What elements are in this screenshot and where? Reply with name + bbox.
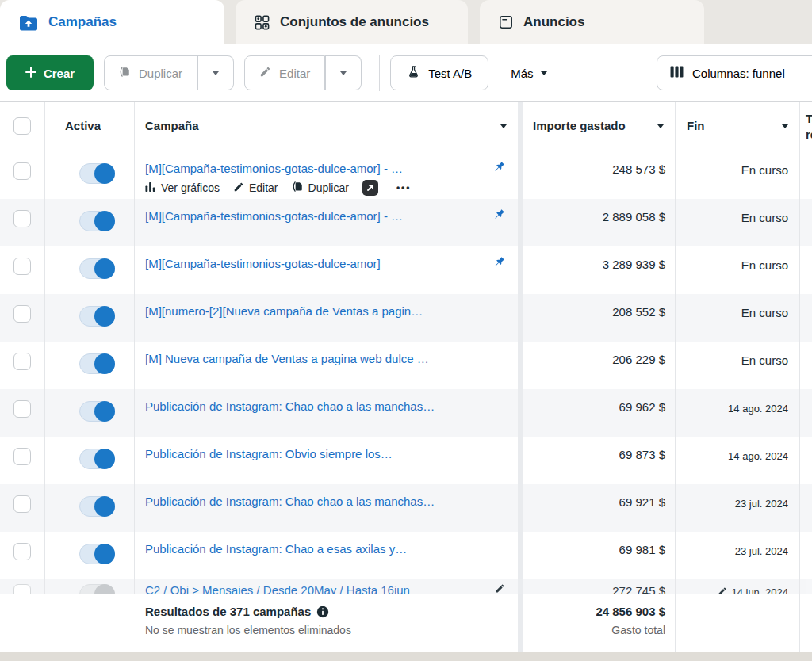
total-spent-label: Gasto total [523, 624, 665, 636]
row-checkbox[interactable] [13, 543, 31, 560]
edit-pencil-icon[interactable] [495, 583, 505, 594]
plus-icon [25, 67, 36, 80]
duplicate-label: Duplicar [139, 67, 182, 80]
active-toggle[interactable] [79, 496, 115, 517]
row-edit-button[interactable]: Editar [233, 181, 278, 195]
campaign-link[interactable]: [M][numero-[2][Nueva campaña de Ventas a… [145, 304, 488, 318]
active-toggle[interactable] [79, 584, 115, 594]
end-cell: En curso [676, 246, 800, 294]
sort-caret-icon[interactable] [657, 124, 664, 128]
spent-cell: 69 981 $ [523, 532, 676, 579]
frozen-column-separator [518, 199, 523, 246]
info-icon[interactable] [316, 606, 329, 618]
row-checkbox[interactable] [13, 353, 31, 370]
table-body: [M][Campaña-testimonios-gotas-dulce-amor… [0, 151, 812, 594]
active-toggle[interactable] [79, 449, 115, 469]
campaign-link[interactable]: Publicación de Instagram: Chao a esas ax… [145, 542, 488, 556]
ab-test-button[interactable]: Test A/B [390, 55, 488, 90]
table-header-row: Activa Campaña Importe gastado Fin Ta re [0, 102, 812, 151]
extra-cell [800, 484, 812, 532]
duplicate-dropdown-button[interactable] [197, 55, 234, 90]
frozen-column-separator [518, 151, 523, 199]
active-toggle[interactable] [79, 258, 115, 279]
campaign-link[interactable]: Publicación de Instagram: Chao chao a la… [145, 399, 488, 413]
campaign-link[interactable]: [M][Campaña-testimonios-gotas-dulce-amor… [145, 257, 488, 270]
tab-ads[interactable]: Anuncios [480, 0, 704, 44]
campaign-link[interactable]: [M][Campaña-testimonios-gotas-dulce-amor… [145, 162, 488, 175]
active-toggle[interactable] [79, 306, 115, 327]
chevron-down-icon [213, 71, 219, 75]
frozen-column-separator [518, 294, 523, 342]
row-checkbox[interactable] [13, 162, 31, 180]
tab-campaigns[interactable]: Campañas [0, 0, 224, 44]
table-row: [M][numero-[2][Nueva campaña de Ventas a… [0, 294, 812, 342]
tab-adsets[interactable]: Conjuntos de anuncios [236, 0, 468, 44]
spent-cell: 208 552 $ [523, 294, 676, 342]
end-cell: 14 ago. 2024 [676, 389, 800, 437]
end-cell: En curso [676, 342, 800, 389]
spent-cell: 206 229 $ [523, 342, 676, 389]
active-toggle[interactable] [79, 211, 115, 231]
edit-button[interactable]: Editar [244, 55, 325, 90]
frozen-column-separator [518, 102, 523, 151]
frozen-column-separator [518, 246, 523, 294]
spent-cell: 69 873 $ [523, 437, 676, 484]
extra-cell [800, 532, 812, 579]
view-charts-button[interactable]: Ver gráficos [145, 181, 220, 195]
table-row: [M][Campaña-testimonios-gotas-dulce-amor… [0, 199, 812, 246]
campaign-link[interactable]: [M][Campaña-testimonios-gotas-dulce-amor… [145, 209, 488, 223]
more-options-button[interactable]: ••• [396, 182, 412, 193]
row-duplicate-button[interactable]: Duplicar [292, 181, 349, 195]
pin-icon [493, 256, 505, 271]
row-checkbox[interactable] [13, 400, 31, 418]
pin-icon [493, 208, 505, 224]
campaign-link[interactable]: Publicación de Instagram: Obvio siempre … [145, 447, 488, 460]
header-extra-truncated: Ta re [800, 102, 812, 151]
row-checkbox[interactable] [13, 258, 31, 275]
row-checkbox[interactable] [13, 584, 31, 594]
table-row: [M][Campaña-testimonios-gotas-dulce-amor… [0, 151, 812, 199]
toggle-knob [94, 401, 115, 422]
extra-cell [800, 389, 812, 437]
more-label: Más [511, 67, 533, 80]
level-tabs-bar: Campañas Conjuntos de anuncios Anuncios [0, 0, 812, 44]
open-in-new-icon[interactable] [362, 180, 378, 196]
table-row: Publicación de Instagram: Chao a esas ax… [0, 532, 812, 579]
adsets-grid-icon [255, 15, 270, 30]
active-toggle[interactable] [79, 544, 115, 564]
columns-button[interactable]: Columnas: funnel [657, 55, 812, 90]
active-toggle[interactable] [79, 401, 115, 422]
row-checkbox[interactable] [13, 305, 31, 323]
sort-caret-icon[interactable] [782, 124, 788, 128]
row-checkbox[interactable] [13, 495, 31, 513]
flask-icon [407, 65, 420, 81]
spent-cell: 272 745 $ [523, 579, 676, 594]
extra-cell [800, 342, 812, 389]
active-toggle[interactable] [79, 163, 115, 184]
table-row: [M][Campaña-testimonios-gotas-dulce-amor… [0, 246, 812, 294]
toggle-knob [94, 306, 115, 327]
select-all-checkbox[interactable] [13, 117, 31, 135]
actions-toolbar: Crear Duplicar Editar Test A/B Más [0, 44, 812, 101]
duplicate-button[interactable]: Duplicar [104, 55, 197, 90]
row-checkbox[interactable] [13, 210, 31, 227]
toolbar-divider [379, 55, 380, 91]
end-cell: 14 ago. 2024 [676, 437, 800, 484]
toggle-knob [94, 449, 115, 469]
campaign-link[interactable]: C2 / Obj > Mensajes / Desde 20May / Hast… [145, 583, 488, 594]
duplicate-icon [292, 181, 304, 195]
campaign-link[interactable]: [M] Nueva campaña de Ventas a pagina web… [145, 352, 488, 365]
table-row: Publicación de Instagram: Chao chao a la… [0, 484, 812, 532]
create-button[interactable]: Crear [6, 55, 94, 90]
sort-caret-icon[interactable] [500, 124, 507, 128]
edit-dropdown-button[interactable] [325, 55, 362, 90]
end-cell: En curso [676, 151, 800, 199]
bar-chart-icon [145, 181, 156, 195]
active-toggle[interactable] [79, 353, 115, 374]
frozen-column-separator [518, 579, 523, 594]
campaign-link[interactable]: Publicación de Instagram: Chao chao a la… [145, 495, 488, 508]
table-footer: Resultados de 371 campañas No se muestra… [0, 594, 812, 652]
columns-label: Columnas: funnel [692, 67, 785, 80]
more-button[interactable]: Más [500, 55, 557, 90]
row-checkbox[interactable] [13, 448, 31, 465]
